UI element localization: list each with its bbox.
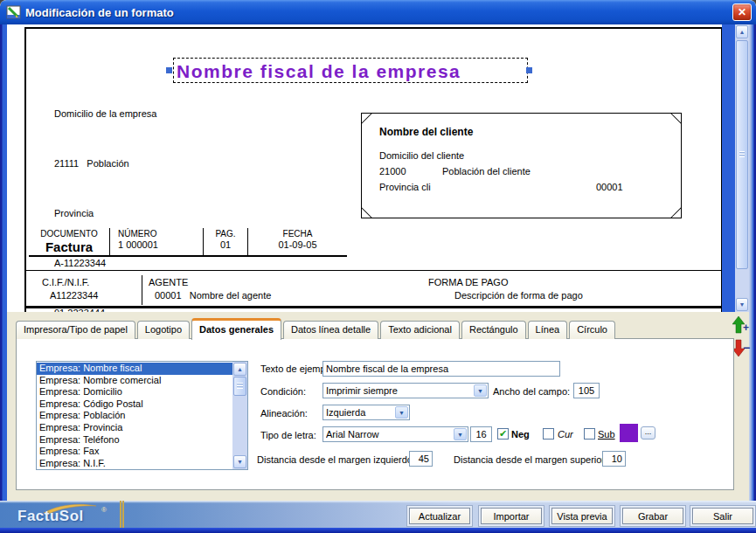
list-item[interactable]: Empresa: N.I.F.	[37, 458, 232, 470]
tab-datos-generales[interactable]: Datos generales	[191, 318, 281, 340]
negrita-checkbox[interactable]: ✔	[497, 428, 509, 440]
chevron-down-icon[interactable]: ▼	[454, 428, 467, 440]
tipo-letra-select[interactable]: Arial Narrow ▼	[323, 426, 468, 442]
client-name: Nombre del cliente	[379, 126, 473, 138]
preview-margin-strip	[722, 24, 735, 312]
fields-list: Empresa: Nombre fiscal Empresa: Nombre c…	[37, 362, 232, 469]
minus-icon: −	[743, 341, 750, 355]
tab-linea[interactable]: Línea	[528, 321, 568, 339]
client-province: Provincia cli	[379, 182, 431, 192]
distancia-superior-label: Distancia desde el margen superior:	[454, 454, 607, 465]
zoom-in-button[interactable]: +	[732, 316, 750, 338]
scroll-up-button[interactable]: ▲	[233, 363, 246, 376]
tab-texto-adicional[interactable]: Texto adicional	[380, 321, 460, 339]
tab-strip: Impresora/Tipo de papel Logotipo Datos g…	[16, 318, 617, 339]
font-size-input[interactable]	[470, 426, 492, 442]
list-item[interactable]: Empresa: Código Postal	[37, 398, 232, 411]
distancia-izquierdo-input[interactable]	[409, 451, 433, 467]
chevron-down-icon[interactable]: ▼	[474, 384, 487, 397]
scroll-thumb[interactable]	[233, 377, 246, 396]
document-header-row: DOCUMENTO Factura NÚMERO 1 000001 PAG. 0…	[29, 228, 347, 257]
alineacion-label: Alineación:	[260, 408, 308, 419]
list-item[interactable]: Empresa: Nombre fiscal	[37, 363, 232, 375]
plus-icon: +	[743, 322, 749, 334]
importar-button[interactable]: Importar	[478, 505, 544, 527]
salir-button[interactable]: Salir	[690, 505, 756, 527]
list-item[interactable]: Empresa: Teléfono	[37, 434, 232, 446]
document-column: DOCUMENTO Factura	[29, 228, 110, 255]
tab-page-datos-generales: Empresa: Nombre fiscal Empresa: Nombre c…	[16, 338, 734, 490]
fecha-value: 01-09-05	[248, 239, 347, 250]
condicion-value: Imprimir siempre	[326, 385, 472, 396]
zoom-out-button[interactable]: −	[732, 339, 750, 361]
resize-handle-right[interactable]	[526, 67, 532, 73]
more-options-button[interactable]: ...	[641, 426, 655, 440]
tab-circulo[interactable]: Círculo	[569, 321, 615, 339]
ancho-campo-label: Ancho del campo:	[493, 386, 570, 397]
numero-column: NÚMERO 1 000001	[110, 228, 204, 255]
window-title: Modificación de un formato	[25, 6, 174, 19]
scroll-up-button[interactable]: ▲	[736, 25, 748, 38]
chevron-down-icon[interactable]: ▼	[395, 406, 408, 419]
listbox-scrollbar[interactable]: ▲ ▼	[232, 362, 247, 469]
title-bar: Modificación de un formato ✕	[0, 0, 756, 24]
alineacion-select[interactable]: Izquierda ▼	[323, 405, 410, 420]
tab-rectangulo[interactable]: Rectángulo	[461, 321, 526, 339]
tipo-letra-label: Tipo de letra:	[260, 430, 316, 440]
condicion-label: Condición:	[260, 386, 306, 397]
actualizar-button[interactable]: Actualizar	[406, 505, 473, 527]
distancia-izquierdo-label: Distancia desde el margen izquierdo:	[257, 454, 415, 465]
resize-handle-left[interactable]	[166, 67, 172, 73]
corner-cut-mark	[670, 207, 682, 218]
documento-value: Factura	[29, 239, 109, 254]
preview-scrollbar[interactable]: ▲ ▼	[735, 24, 749, 312]
footer-divider	[120, 501, 124, 528]
client-city: Población del cliente	[442, 166, 531, 177]
scroll-thumb[interactable]	[736, 40, 748, 269]
cif-value: A11223344	[50, 290, 98, 301]
list-item[interactable]: Empresa: Domicilio	[37, 386, 232, 398]
agente-value: 00001 Nombre del agente	[155, 290, 271, 301]
tab-impresora-tipo-de-papel[interactable]: Impresora/Tipo de papel	[16, 321, 135, 339]
pag-value: 01	[204, 239, 247, 250]
scroll-down-button[interactable]: ▼	[736, 298, 748, 311]
fields-listbox[interactable]: Empresa: Nombre fiscal Empresa: Nombre c…	[36, 361, 248, 470]
font-color-swatch[interactable]	[620, 424, 638, 442]
negrita-label: Neg	[511, 429, 530, 440]
list-item[interactable]: Empresa: Provincia	[37, 422, 232, 434]
vista-previa-button[interactable]: Vista previa	[549, 505, 615, 527]
documento-label: DOCUMENTO	[29, 229, 109, 239]
scroll-down-button[interactable]: ▼	[233, 455, 246, 468]
client-code: 00001	[596, 182, 623, 192]
pag-label: PAG.	[204, 229, 247, 239]
company-line: Domicilio de la empresa	[54, 106, 156, 122]
company-line: Provincia	[54, 205, 156, 222]
numero-value: 1 000001	[118, 239, 203, 250]
distancia-superior-input[interactable]	[602, 451, 626, 467]
pag-column: PAG. 01	[204, 228, 248, 255]
scroll-down-icon: ▼	[237, 459, 243, 465]
texto-ejemplo-input[interactable]	[323, 361, 560, 377]
factusol-logo: FactuSol ®	[17, 506, 118, 525]
scroll-up-icon: ▲	[237, 366, 243, 372]
cif-label: C.I.F./N.I.F.	[42, 277, 89, 287]
close-button[interactable]: ✕	[732, 3, 752, 21]
cursiva-checkbox[interactable]	[543, 428, 554, 440]
selected-field-box[interactable]: Nombre fiscal de la empresa	[173, 58, 528, 83]
list-item[interactable]: Empresa: Nombre comercial	[37, 375, 232, 387]
ancho-campo-input[interactable]	[573, 383, 600, 398]
tab-logotipo[interactable]: Logotipo	[137, 321, 190, 339]
subrayado-checkbox[interactable]	[584, 428, 595, 440]
scroll-down-icon: ▼	[739, 301, 746, 308]
agente-label: AGENTE	[149, 277, 188, 287]
list-item[interactable]: Empresa: Población	[37, 410, 232, 422]
subrayado-label: Sub	[598, 429, 615, 440]
list-item[interactable]: Empresa: Fax	[37, 446, 232, 458]
selected-field-text: Nombre fiscal de la empresa	[177, 61, 461, 82]
condicion-select[interactable]: Imprimir siempre ▼	[323, 383, 489, 398]
fecha-label: FECHA	[248, 229, 347, 239]
tab-datos-linea-detalle[interactable]: Datos línea detalle	[283, 321, 378, 339]
grabar-button[interactable]: Grabar	[620, 505, 686, 527]
forma-pago-value: Descripción de forma de pago	[454, 290, 583, 301]
forma-pago-label: FORMA DE PAGO	[428, 277, 508, 287]
